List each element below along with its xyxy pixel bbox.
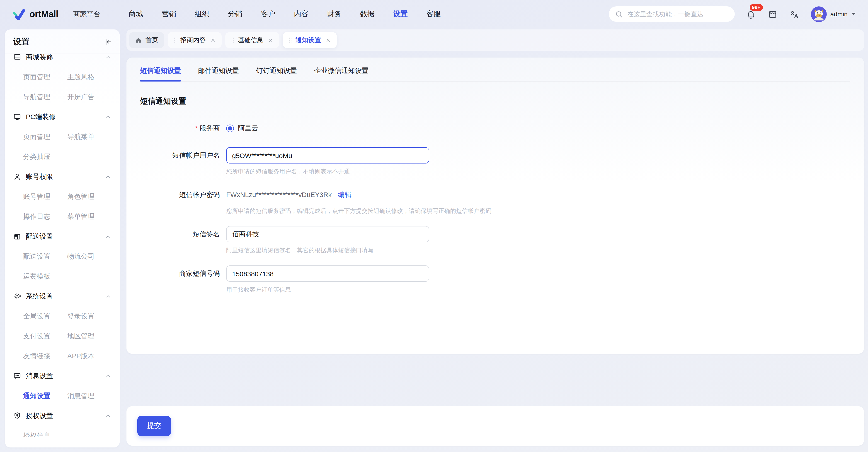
channel-tab-1[interactable]: 邮件通知设置 [198,67,239,81]
nav-item-3[interactable]: 分销 [228,9,242,19]
nav-item-6[interactable]: 财务 [327,9,342,19]
translate-button[interactable] [789,9,800,20]
nav-item-5[interactable]: 内容 [294,9,308,19]
sidebar-subrow: 页面管理主题风格 [13,67,112,87]
close-icon[interactable] [326,37,331,43]
nav-item-8[interactable]: 设置 [393,9,408,19]
sms-signature-control: 阿里短信这里填短信签名，其它的根据具体短信接口填写 [226,226,429,255]
section-heading: 短信通知设置 [140,96,850,106]
sidebar-subrow: 运费模板 [13,266,112,286]
nav-item-4[interactable]: 客户 [261,9,275,19]
submit-button[interactable]: 提交 [137,416,171,436]
sidebar-item-消息管理[interactable]: 消息管理 [67,386,112,406]
sidebar-subrow: 分类抽屉 [13,147,112,167]
sidebar-item-菜单管理[interactable]: 菜单管理 [67,206,112,226]
chevron-up-icon [105,293,112,300]
sidebar-item-通知设置[interactable]: 通知设置 [23,386,67,406]
delivery-icon [13,232,21,240]
sidebar-item-支付设置[interactable]: 支付设置 [23,326,67,346]
page-tab-1[interactable]: 招商内容 [168,32,222,48]
sidebar-item-授权信息[interactable]: 授权信息 [23,426,67,437]
page-tab-label: 通知设置 [296,36,321,44]
sidebar-section-6[interactable]: 授权设置 [13,406,112,426]
sidebar-item-APP版本[interactable]: APP版本 [67,346,112,366]
sidebar-item-登录设置[interactable]: 登录设置 [67,306,112,326]
merchant-phone-label: 商家短信号码 [140,265,226,294]
sidebar-subrow: 支付设置地区管理 [13,326,112,346]
sidebar-item-配送设置[interactable]: 配送设置 [23,247,67,266]
sms-password-control: FWxNLzu****************vDuEY3Rk编辑您所申请的短信… [226,187,491,215]
merchant-phone-row: 商家短信号码用于接收客户订单等信息 [140,265,850,294]
page-tab-label: 基础信息 [238,36,264,44]
sidebar-section-label: 商城装修 [26,53,100,61]
sidebar-item-empty [67,266,112,286]
sidebar-section-label: 系统设置 [26,292,100,300]
chevron-up-icon [105,373,112,379]
drag-handle-icon [231,37,234,43]
channel-tab-2[interactable]: 钉钉通知设置 [256,67,297,81]
chevron-down-icon [851,12,856,16]
sidebar-section-4[interactable]: 系统设置 [13,286,112,306]
sidebar-item-操作日志[interactable]: 操作日志 [23,206,67,226]
sms-signature-row: 短信签名阿里短信这里填短信签名，其它的根据具体短信接口填写 [140,226,850,255]
channel-tab-3[interactable]: 企业微信通知设置 [314,67,369,81]
collapse-left-icon[interactable] [104,38,112,45]
global-search[interactable] [609,6,735,22]
sidebar-item-页面管理[interactable]: 页面管理 [23,67,67,87]
sidebar-section-0[interactable]: 商城装修 [13,47,112,67]
drag-handle-icon [289,37,292,43]
top-navigation: 商城营销组织分销客户内容财务数据设置客服 [128,9,441,19]
sidebar-item-导航菜单[interactable]: 导航菜单 [67,127,112,147]
sidebar-item-分类抽屉[interactable]: 分类抽屉 [23,147,67,167]
sidebar-subrow: 友情链接APP版本 [13,346,112,366]
nav-item-0[interactable]: 商城 [128,9,143,19]
sidebar-section-2[interactable]: 账号权限 [13,167,112,187]
sidebar-item-全局设置[interactable]: 全局设置 [23,306,67,326]
sidebar-item-地区管理[interactable]: 地区管理 [67,326,112,346]
nav-item-1[interactable]: 营销 [162,9,176,19]
sidebar-section-1[interactable]: PC端装修 [13,107,112,127]
close-icon[interactable] [210,37,216,43]
notifications-button[interactable]: 99+ [746,9,756,20]
sidebar-item-账号管理[interactable]: 账号管理 [23,187,67,206]
search-input[interactable] [626,10,728,18]
merchant-phone-control: 用于接收客户订单等信息 [226,265,429,294]
sidebar-subrow: 页面管理导航菜单 [13,127,112,147]
sidebar-item-友情链接[interactable]: 友情链接 [23,346,67,366]
page-tab-0[interactable]: 首页 [129,32,164,48]
page-tab-2[interactable]: 基础信息 [225,32,279,48]
sidebar-section-3[interactable]: 配送设置 [13,226,112,247]
page-tab-3[interactable]: 通知设置 [283,32,337,48]
sidebar-item-主题风格[interactable]: 主题风格 [67,67,112,87]
channel-tab-0[interactable]: 短信通知设置 [140,67,181,81]
sidebar-section-5[interactable]: 消息设置 [13,366,112,386]
merchant-phone-input[interactable] [226,265,429,282]
sidebar-item-开屏广告[interactable]: 开屏广告 [67,87,112,107]
brand-logo[interactable]: ortMall 商家平台 [12,8,100,20]
sms-username-help-text: 您所申请的短信服务用户名，不填则表示不开通 [226,168,429,176]
sidebar-section-label: 授权设置 [26,412,100,420]
sidebar-subrow: 账号管理角色管理 [13,187,112,206]
sidebar-item-物流公司[interactable]: 物流公司 [67,247,112,266]
store-button[interactable] [767,9,778,20]
nav-item-7[interactable]: 数据 [360,9,375,19]
provider-radio[interactable] [226,124,234,132]
message-icon [13,372,21,380]
provider-radio-option[interactable]: 阿里云 [226,120,258,136]
sidebar-subrow: 全局设置登录设置 [13,306,112,326]
sidebar-item-导航管理[interactable]: 导航管理 [23,87,67,107]
sms-password-row: 短信帐户密码FWxNLzu****************vDuEY3Rk编辑您… [140,187,850,215]
nav-item-2[interactable]: 组织 [195,9,209,19]
sms-signature-input[interactable] [226,226,429,242]
edit-sms-password-link[interactable]: 编辑 [338,187,351,203]
user-menu[interactable]: admin [811,6,856,22]
sidebar-item-运费模板[interactable]: 运费模板 [23,266,67,286]
close-icon[interactable] [268,37,273,43]
nav-item-9[interactable]: 客服 [426,9,441,19]
brand-subtitle: 商家平台 [73,10,100,18]
sidebar-item-角色管理[interactable]: 角色管理 [67,187,112,206]
merchant-platform-app: ortMall 商家平台 商城营销组织分销客户内容财务数据设置客服 99+ [0,0,868,452]
topbar: ortMall 商家平台 商城营销组织分销客户内容财务数据设置客服 99+ [0,0,868,28]
sidebar-item-页面管理[interactable]: 页面管理 [23,127,67,147]
sms-username-input[interactable] [226,147,429,163]
